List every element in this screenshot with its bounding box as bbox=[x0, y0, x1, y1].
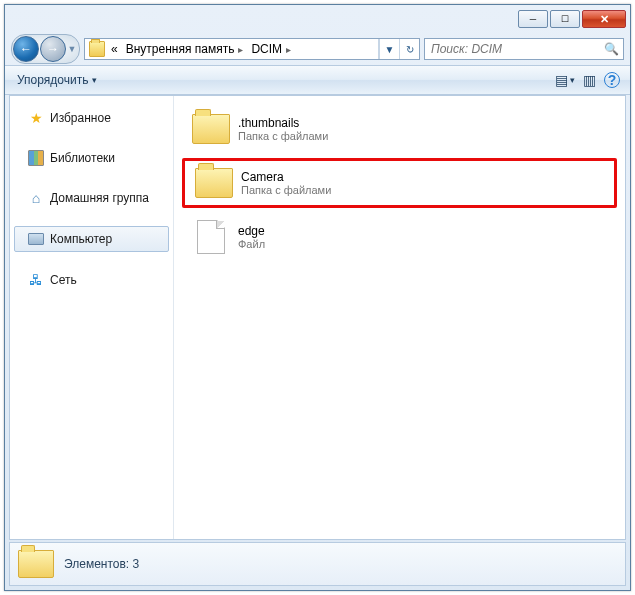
dropdown-icon: ▾ bbox=[92, 75, 97, 85]
navbar: ▼ « Внутренняя память ▸ DCIM ▸ ▼ ↻ 🔍 bbox=[5, 33, 630, 65]
breadcrumb[interactable]: Внутренняя память ▸ bbox=[122, 39, 248, 59]
preview-icon: ▥ bbox=[583, 72, 596, 88]
nav-history-dropdown[interactable]: ▼ bbox=[66, 44, 78, 54]
sidebar-item-label: Библиотеки bbox=[50, 151, 115, 165]
sidebar-item-network[interactable]: 🖧 Сеть bbox=[10, 268, 173, 292]
explorer-window: ─ ☐ ✕ ▼ « Внутренняя память ▸ DCIM ▸ ▼ bbox=[4, 4, 631, 591]
address-dropdown-button[interactable]: ▼ bbox=[379, 39, 399, 59]
breadcrumb[interactable]: « bbox=[107, 39, 122, 59]
sidebar: ★ Избранное Библиотеки ⌂ Домашняя группа… bbox=[10, 96, 174, 539]
status-bar: Элементов: 3 bbox=[9, 542, 626, 586]
search-input[interactable] bbox=[429, 41, 604, 57]
back-button[interactable] bbox=[13, 36, 39, 62]
status-text: Элементов: 3 bbox=[64, 557, 139, 571]
help-icon: ? bbox=[604, 72, 620, 88]
close-icon: ✕ bbox=[600, 13, 609, 26]
item-subtext: Файл bbox=[238, 238, 265, 250]
refresh-button[interactable]: ↻ bbox=[399, 39, 419, 59]
address-bar[interactable]: « Внутренняя память ▸ DCIM ▸ ▼ ↻ bbox=[84, 38, 420, 60]
folder-icon bbox=[195, 168, 233, 198]
maximize-button[interactable]: ☐ bbox=[550, 10, 580, 28]
file-icon bbox=[197, 220, 225, 254]
item-name: Camera bbox=[241, 170, 331, 184]
organize-label: Упорядочить bbox=[17, 73, 88, 87]
homegroup-icon: ⌂ bbox=[28, 190, 44, 206]
forward-button[interactable] bbox=[40, 36, 66, 62]
list-item[interactable]: edge Файл bbox=[182, 212, 617, 262]
search-icon: 🔍 bbox=[604, 42, 619, 56]
network-icon: 🖧 bbox=[28, 272, 44, 288]
view-button[interactable]: ▤ ▾ bbox=[551, 70, 579, 90]
item-name: edge bbox=[238, 224, 265, 238]
sidebar-item-homegroup[interactable]: ⌂ Домашняя группа bbox=[10, 186, 173, 210]
refresh-icon: ↻ bbox=[406, 44, 414, 55]
organize-button[interactable]: Упорядочить ▾ bbox=[11, 71, 103, 89]
list-item[interactable]: .thumbnails Папка с файлами bbox=[182, 104, 617, 154]
address-right-controls: ▼ ↻ bbox=[378, 39, 419, 59]
search-box[interactable]: 🔍 bbox=[424, 38, 624, 60]
arrow-left-icon bbox=[20, 42, 32, 56]
minimize-icon: ─ bbox=[530, 14, 536, 24]
sidebar-item-label: Сеть bbox=[50, 273, 77, 287]
sidebar-item-label: Избранное bbox=[50, 111, 111, 125]
body: ★ Избранное Библиотеки ⌂ Домашняя группа… bbox=[9, 95, 626, 540]
breadcrumb[interactable]: DCIM ▸ bbox=[247, 39, 295, 59]
sidebar-item-favorites[interactable]: ★ Избранное bbox=[10, 106, 173, 130]
sidebar-item-label: Домашняя группа bbox=[50, 191, 149, 205]
item-subtext: Папка с файлами bbox=[238, 130, 328, 142]
item-subtext: Папка с файлами bbox=[241, 184, 331, 196]
breadcrumb-label: DCIM bbox=[251, 42, 282, 56]
star-icon: ★ bbox=[28, 110, 44, 126]
dropdown-icon: ▾ bbox=[570, 75, 575, 85]
close-button[interactable]: ✕ bbox=[582, 10, 626, 28]
item-name: .thumbnails bbox=[238, 116, 328, 130]
folder-icon bbox=[192, 114, 230, 144]
arrow-right-icon bbox=[47, 42, 59, 56]
folder-icon bbox=[89, 41, 105, 57]
breadcrumb-label: Внутренняя память bbox=[126, 42, 235, 56]
chevron-right-icon: ▸ bbox=[238, 44, 243, 55]
sidebar-item-label: Компьютер bbox=[50, 232, 112, 246]
nav-button-group: ▼ bbox=[11, 34, 80, 64]
breadcrumb-label: « bbox=[111, 42, 118, 56]
toolbar: Упорядочить ▾ ▤ ▾ ▥ ? bbox=[5, 65, 630, 95]
folder-icon bbox=[18, 550, 54, 578]
computer-icon bbox=[28, 231, 44, 247]
view-icon: ▤ bbox=[555, 72, 568, 88]
help-button[interactable]: ? bbox=[600, 70, 624, 90]
titlebar: ─ ☐ ✕ bbox=[5, 5, 630, 33]
list-item[interactable]: Camera Папка с файлами bbox=[182, 158, 617, 208]
sidebar-item-libraries[interactable]: Библиотеки bbox=[10, 146, 173, 170]
maximize-icon: ☐ bbox=[561, 14, 569, 24]
minimize-button[interactable]: ─ bbox=[518, 10, 548, 28]
chevron-right-icon: ▸ bbox=[286, 44, 291, 55]
libraries-icon bbox=[28, 150, 44, 166]
sidebar-item-computer[interactable]: Компьютер bbox=[14, 226, 169, 252]
preview-pane-button[interactable]: ▥ bbox=[579, 70, 600, 90]
content-pane[interactable]: .thumbnails Папка с файлами Camera Папка… bbox=[174, 96, 625, 539]
